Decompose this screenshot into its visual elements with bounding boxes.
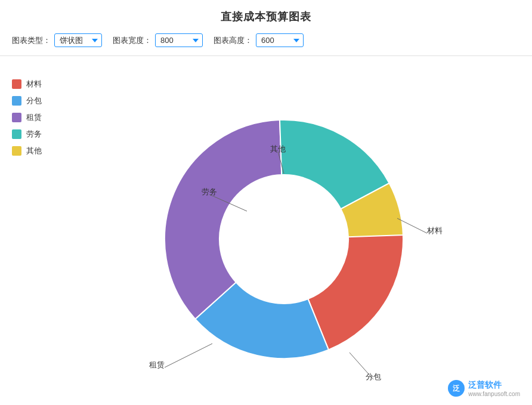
chart-height-select[interactable]: 600 400 800	[256, 33, 304, 47]
legend-color	[12, 96, 21, 106]
svg-text:分包: 分包	[366, 372, 381, 381]
svg-text:材料: 材料	[426, 226, 443, 235]
watermark: 泛 泛普软件 www.fanpusoft.com	[448, 379, 520, 398]
watermark-website: www.fanpusoft.com	[468, 390, 520, 398]
toolbar: 图表类型： 饼状图 柱状图 折线图 图表宽度： 800 600 1000 图表高…	[0, 33, 532, 56]
donut-container: 材料分包租赁劳务其他	[60, 67, 520, 405]
chart-label: 分包	[349, 353, 381, 381]
svg-text:其他: 其他	[270, 144, 286, 153]
legend-label: 劳务	[26, 129, 42, 140]
legend-item: 材料	[12, 79, 60, 89]
svg-line-4	[165, 344, 212, 367]
chart-label: 租赁	[149, 344, 212, 369]
chart-type-select[interactable]: 饼状图 柱状图 折线图	[54, 33, 102, 47]
svg-text:租赁: 租赁	[149, 360, 165, 369]
chart-type-label: 图表类型：	[12, 35, 51, 46]
legend-label: 租赁	[26, 112, 42, 123]
legend-color	[12, 79, 21, 89]
watermark-company: 泛普软件	[468, 379, 520, 390]
legend-item: 租赁	[12, 112, 60, 123]
legend-color	[12, 146, 21, 156]
chart-height-item: 图表高度： 600 400 800	[214, 33, 304, 47]
legend-item: 劳务	[12, 129, 60, 140]
page-title: 直接成本预算图表	[221, 10, 311, 24]
watermark-icon-text: 泛	[453, 384, 460, 394]
legend-label: 材料	[26, 79, 42, 89]
legend-item: 其他	[12, 146, 60, 156]
chart-label: 材料	[397, 218, 443, 235]
chart-width-label: 图表宽度：	[113, 35, 151, 46]
chart-type-item: 图表类型： 饼状图 柱状图 折线图	[12, 33, 102, 47]
legend: 材料 分包 租赁 劳务 其他	[12, 67, 60, 405]
legend-label: 分包	[26, 95, 42, 106]
chart-width-item: 图表宽度： 800 600 1000	[113, 33, 203, 47]
page-container: 直接成本预算图表 图表类型： 饼状图 柱状图 折线图 图表宽度： 800 600…	[0, 0, 532, 405]
svg-text:劳务: 劳务	[202, 187, 217, 196]
chart-segment	[165, 120, 282, 319]
legend-item: 分包	[12, 95, 60, 106]
watermark-icon: 泛	[448, 380, 465, 397]
legend-color	[12, 129, 21, 139]
legend-color	[12, 113, 21, 122]
chart-area: 材料 分包 租赁 劳务 其他 材料分包租赁劳务其他	[0, 67, 532, 405]
watermark-text: 泛普软件 www.fanpusoft.com	[468, 379, 520, 398]
chart-width-select[interactable]: 800 600 1000	[155, 33, 203, 47]
legend-label: 其他	[26, 146, 42, 156]
donut-chart: 材料分包租赁劳务其他	[93, 81, 487, 391]
chart-height-label: 图表高度：	[214, 35, 252, 46]
